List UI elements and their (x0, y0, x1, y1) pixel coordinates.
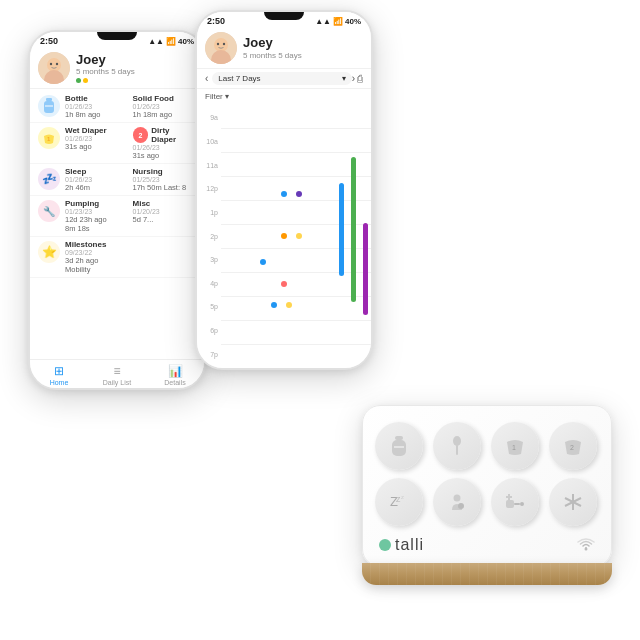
time-1p: 1p (197, 201, 221, 225)
grid-line-8 (221, 296, 371, 297)
notch-right (264, 12, 304, 20)
dot-4 (296, 233, 302, 239)
wood-grain-texture (362, 563, 612, 585)
profile-dots-left (76, 78, 135, 83)
sleep-content: Sleep 01/26/23 2h 46m Nursing 01/25/23 1… (65, 167, 196, 192)
device-nursing-icon (445, 490, 469, 514)
time-6p: 6p (197, 319, 221, 343)
nursing-time: 17h 50m Last: 8 (133, 183, 197, 192)
solid-food-time: 1h 18m ago (133, 110, 197, 119)
device-btn-wet-diaper[interactable]: 1 (491, 422, 539, 470)
device-wood-base (362, 563, 612, 585)
profile-subtitle-right: 5 months 5 days (243, 51, 302, 60)
bottle-time: 1h 8m ago (65, 110, 129, 119)
grid-line-5 (221, 224, 371, 225)
nav-home[interactable]: ⊞ Home (30, 364, 88, 386)
dirty-diaper-header: 2 Dirty Diaper (133, 126, 197, 144)
svg-rect-18 (456, 445, 458, 455)
pumping-content: Pumping 01/23/23 12d 23h ago 8m 18s Misc… (65, 199, 196, 233)
dot-7 (271, 302, 277, 308)
milestones-type: Mobility (65, 265, 196, 274)
grid-line-3 (221, 176, 371, 177)
dot-8 (286, 302, 292, 308)
device-btn-bottle[interactable] (375, 422, 423, 470)
feed-item-sleep[interactable]: 💤 Sleep 01/26/23 2h 46m Nursing 01/25/23 (30, 164, 204, 196)
nursing-col: Nursing 01/25/23 17h 50m Last: 8 (133, 167, 197, 192)
svg-rect-26 (506, 500, 514, 508)
pumping-time: 12d 23h ago (65, 215, 129, 224)
milestones-label: Milestones (65, 240, 196, 249)
dirty-diaper-time: 31s ago (133, 151, 197, 160)
device-btn-nursing[interactable] (433, 478, 481, 526)
svg-point-25 (458, 503, 464, 509)
misc-time: 5d 7... (133, 215, 197, 224)
filter-row: Filter ▾ (197, 89, 371, 104)
feed-item-bottle[interactable]: Bottle 01/26/23 1h 8m ago Solid Food 01/… (30, 91, 204, 123)
svg-point-13 (223, 43, 225, 45)
bottle-row: Bottle 01/26/23 1h 8m ago Solid Food 01/… (65, 94, 196, 119)
bottle-col: Bottle 01/26/23 1h 8m ago (65, 94, 129, 119)
svg-rect-5 (46, 98, 52, 101)
wet-diaper-icon: 1 (38, 127, 60, 149)
svg-point-34 (585, 547, 588, 550)
chart-grid (221, 104, 371, 368)
wet-diaper-label: Wet Diaper (65, 126, 129, 135)
device-btn-dirty-diaper[interactable]: 2 (549, 422, 597, 470)
device-btn-pumping[interactable] (491, 478, 539, 526)
battery-left: 40% (178, 37, 194, 46)
wet-diaper-col: Wet Diaper 01/26/23 31s ago (65, 126, 129, 160)
grid-line-1 (221, 128, 371, 129)
back-icon[interactable]: ‹ (205, 73, 208, 84)
sleep-date: 01/26/23 (65, 176, 129, 183)
dot-5 (260, 259, 266, 265)
nav-daily-list[interactable]: ≡ Daily List (88, 364, 146, 386)
grid-line-10 (221, 344, 371, 345)
sleep-col: Sleep 01/26/23 2h 46m (65, 167, 129, 192)
misc-date: 01/20/23 (133, 208, 197, 215)
grid-line-9 (221, 320, 371, 321)
feed-item-milestones[interactable]: ⭐ Milestones 09/23/22 3d 2h ago Mobility (30, 237, 204, 278)
svg-text:1: 1 (512, 444, 516, 451)
device-diaper1-icon: 1 (503, 434, 527, 458)
feed-item-pumping[interactable]: 🔧 Pumping 01/23/23 12d 23h ago 8m 18s Mi… (30, 196, 204, 237)
device-diaper2-icon: 2 (561, 434, 585, 458)
device-btn-solid-food[interactable] (433, 422, 481, 470)
wifi-status-icon: 📶 (166, 37, 176, 46)
filter-chevron: ▾ (225, 92, 229, 101)
pumping-col: Pumping 01/23/23 12d 23h ago 8m 18s (65, 199, 129, 233)
device-btn-misc[interactable] (549, 478, 597, 526)
svg-point-17 (453, 436, 461, 446)
feed-item-diaper[interactable]: 1 Wet Diaper 01/26/23 31s ago (30, 123, 204, 164)
misc-col: Misc 01/20/23 5d 7... (133, 199, 197, 233)
talli-logo-dot (379, 539, 391, 551)
grid-line-6 (221, 248, 371, 249)
share-icon[interactable]: ⎙ (357, 73, 363, 84)
svg-point-10 (214, 38, 228, 52)
time-3p: 3p (197, 248, 221, 272)
feed-left: Bottle 01/26/23 1h 8m ago Solid Food 01/… (30, 89, 204, 359)
screen-left: 2:50 ▲▲ 📶 40% (30, 32, 204, 388)
device-spoon-icon (445, 434, 469, 458)
time-right: 2:50 (207, 16, 225, 26)
solid-food-col: Solid Food 01/26/23 1h 18m ago (133, 94, 197, 119)
nav-details[interactable]: 📊 Details (146, 364, 204, 386)
device-btn-sleep[interactable]: Z z z (375, 478, 423, 526)
date-selector[interactable]: Last 7 Days ▾ (212, 72, 351, 85)
device-pumping-icon (503, 490, 527, 514)
wet-diaper-time: 31s ago (65, 142, 129, 151)
pumping-icon: 🔧 (38, 200, 60, 222)
screen-right: 2:50 ▲▲ 📶 40% (197, 12, 371, 368)
prev-date-btn[interactable]: › (352, 73, 355, 84)
avatar-left (38, 52, 70, 84)
talli-device: 1 2 Z z z (362, 405, 612, 585)
bottle-icon (38, 95, 60, 117)
list-nav-icon: ≡ (113, 364, 120, 378)
svg-point-24 (454, 495, 461, 502)
solid-food-label: Solid Food (133, 94, 197, 103)
device-footer: talli (375, 536, 599, 554)
grid-line-7 (221, 272, 371, 273)
grid-line-4 (221, 200, 371, 201)
dirty-diaper-badge: 2 (133, 127, 149, 143)
svg-rect-14 (395, 436, 403, 440)
diaper-row: Wet Diaper 01/26/23 31s ago 2 Dirty Diap… (65, 126, 196, 160)
